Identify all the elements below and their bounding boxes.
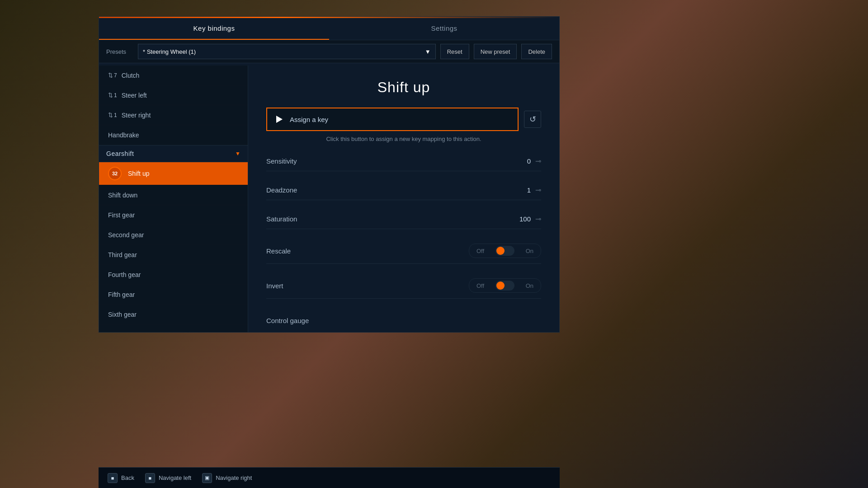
nav-navigate-left[interactable]: ■ Navigate left [145,473,191,483]
sidebar: Presets * Steering Wheel (1) ▼ Reset New… [99,66,248,332]
param-row-deadzone: Deadzone 1 ⊸ [266,180,541,200]
navigate-right-label: Navigate right [216,474,252,481]
sensitivity-value: 0 [515,157,531,165]
binding-item-first-gear[interactable]: First gear [99,205,248,225]
rescale-off-label: Off [476,248,484,254]
axis-icon-steer-left: ⇅1 [108,92,117,99]
invert-toggle[interactable] [495,281,514,291]
rescale-toggle[interactable] [495,246,514,256]
rescale-label: Rescale [266,247,291,255]
binding-item-handbrake[interactable]: Handbrake [99,125,248,145]
invert-label: Invert [266,282,283,290]
deadzone-value: 1 [515,186,531,194]
chevron-gearshift-icon: ▼ [235,150,241,157]
binding-item-fourth-gear[interactable]: Fourth gear [99,265,248,285]
reset-binding-button[interactable]: ↺ [524,111,541,128]
saturation-value: 100 [515,215,531,223]
navigate-left-label: Navigate left [159,474,191,481]
binding-item-shift-down[interactable]: Shift down [99,185,248,205]
deadzone-label: Deadzone [266,186,297,194]
binding-item-steer-right[interactable]: ⇅1 Steer right [99,105,248,125]
shift-up-badge: 32 [108,167,122,180]
gearshift-items: 32 Shift up Shift down First gear Second… [99,162,248,332]
right-panel: Shift up Assign a key ↺ Click this butto… [248,66,559,332]
main-panel: Key bindings Settings Presets * Steering… [99,16,560,333]
pre-section-items: ⇅7 Clutch ⇅1 Steer left ⇅1 Steer right H… [99,66,248,145]
tab-settings[interactable]: Settings [329,17,559,40]
assign-key-label: Assign a key [290,116,328,123]
back-label: Back [121,474,134,481]
param-row-invert: Invert Off On [266,273,541,299]
bottom-nav: ■ Back ■ Navigate left ▣ Navigate right [99,467,560,488]
assign-key-box[interactable]: Assign a key [266,108,519,131]
tab-bar: Key bindings Settings [99,17,559,40]
nav-navigate-right[interactable]: ▣ Navigate right [202,473,252,483]
cursor-icon [276,116,283,123]
binding-item-third-gear[interactable]: Third gear [99,245,248,265]
section-header-gearshift-label: Gearshift [106,150,134,157]
content-area: Presets * Steering Wheel (1) ▼ Reset New… [99,66,559,332]
sensitivity-label: Sensitivity [266,157,297,165]
assign-key-row: Assign a key ↺ [266,108,541,131]
saturation-slider-icon[interactable]: ⊸ [535,215,541,223]
binding-item-clutch[interactable]: ⇅7 Clutch [99,66,248,85]
rescale-toggle-row: Off On [469,244,541,258]
back-key-icon: ■ [108,473,118,483]
binding-item-shift-up[interactable]: 32 Shift up [99,162,248,185]
axis-icon-steer-right: ⇅1 [108,112,117,118]
binding-item-reverse[interactable]: Reverse [99,324,248,332]
binding-item-fifth-gear[interactable]: Fifth gear [99,285,248,305]
deadzone-slider-icon[interactable]: ⊸ [535,186,541,194]
binding-item-sixth-gear[interactable]: Sixth gear [99,305,248,324]
control-gauge-label: Control gauge [266,317,309,324]
section-header-gearshift[interactable]: Gearshift ▼ [99,145,248,162]
navigate-right-key-icon: ▣ [202,473,212,483]
saturation-label: Saturation [266,215,297,223]
action-title: Shift up [266,79,541,96]
invert-off-label: Off [476,282,484,289]
param-row-saturation: Saturation 100 ⊸ [266,209,541,229]
param-row-sensitivity: Sensitivity 0 ⊸ [266,151,541,171]
nav-back[interactable]: ■ Back [108,473,134,483]
invert-on-label: On [526,282,533,289]
binding-item-steer-left[interactable]: ⇅1 Steer left [99,85,248,105]
invert-toggle-row: Off On [469,278,541,293]
hint-text: Click this button to assign a new key ma… [266,136,541,142]
axis-icon-clutch: ⇅7 [108,72,117,79]
param-row-control-gauge: Control gauge [266,308,541,330]
rescale-on-label: On [526,248,533,254]
navigate-left-key-icon: ■ [145,473,155,483]
binding-item-second-gear[interactable]: Second gear [99,225,248,245]
tab-key-bindings[interactable]: Key bindings [99,17,329,40]
param-row-rescale: Rescale Off On [266,238,541,264]
sensitivity-slider-icon[interactable]: ⊸ [535,157,541,165]
